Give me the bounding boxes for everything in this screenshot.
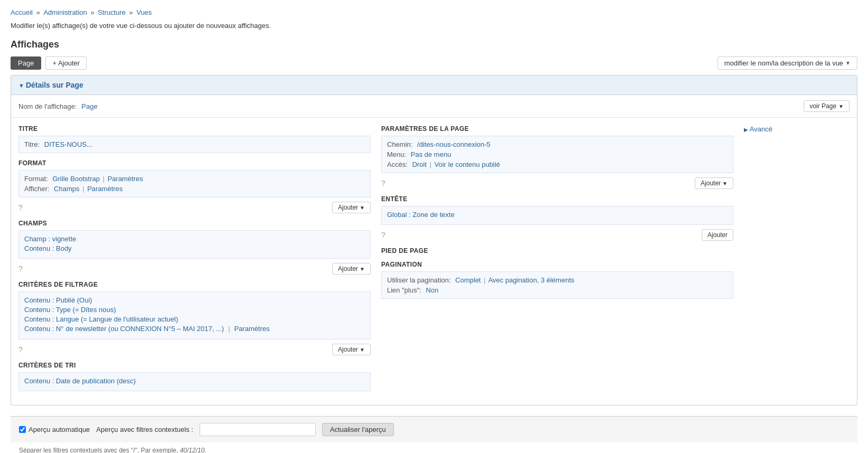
bottom-hint: Séparer les filtres contextuels avec des… [11, 445, 857, 453]
filtre-type-link[interactable]: Contenu : Type (= Dîtes nous) [24, 306, 365, 314]
apercu-checkbox-label[interactable]: Aperçu automatique [19, 426, 90, 433]
filtre-publie-link[interactable]: Contenu : Publié (Oui) [24, 296, 365, 304]
voir-page-button[interactable]: voir Page ▼ [804, 100, 850, 112]
tri-date-link[interactable]: Contenu : Date de publication (desc) [24, 377, 365, 385]
champ-vignette-link[interactable]: Champ : vignette [24, 235, 365, 243]
breadcrumb: Accueil » Administration » Structure » V… [11, 8, 857, 16]
pagination-section: PAGINATION Utiliser la pagination: Compl… [381, 261, 733, 299]
toolbar: Page Ajouter modifier le nom/la descript… [11, 56, 857, 70]
format-content: Format: Grille Bootstrap | Paramètres Af… [18, 170, 371, 197]
modifier-button-label: modifier le nom/la description de la vue [724, 59, 843, 67]
panel-header: Détails sur Page [11, 76, 857, 95]
page-params-header: PARAMÈTRES DE LA PAGE [381, 125, 733, 133]
chevron-down-icon: ▼ [360, 205, 365, 211]
titre-section: TITRE Titre: DITES-NOUS... [18, 125, 371, 153]
chemin-row: Chemin: /dites-nous-connexion-5 [387, 140, 728, 148]
champs-header: CHAMPS [18, 220, 371, 227]
acces-voir-link[interactable]: Voir le contenu publié [435, 161, 500, 168]
filtrage-content: Contenu : Publié (Oui) Contenu : Type (=… [18, 291, 371, 339]
tri-header: CRITÈRES DE TRI [18, 362, 371, 369]
avec-pagination-link[interactable]: Avec pagination, 3 éléments [488, 276, 574, 284]
champs-link[interactable]: Champs [54, 185, 79, 193]
breadcrumb-vues[interactable]: Vues [136, 8, 152, 16]
columns-wrapper: TITRE Titre: DITES-NOUS... FORMAT Format… [11, 118, 857, 405]
chevron-down-icon: ▼ [360, 347, 365, 353]
intro-text: Modifier le(s) affichage(s) de votre vue… [11, 22, 857, 30]
chevron-down-icon: ▼ [838, 103, 844, 109]
actualiser-button[interactable]: Actualiser l'aperçu [322, 423, 394, 436]
parametres-afficher-link[interactable]: Paramètres [87, 185, 122, 193]
utiliser-row: Utiliser la pagination: Complet | Avec p… [387, 276, 728, 284]
breadcrumb-accueil[interactable]: Accueil [11, 8, 33, 16]
ajouter-filtrage-button[interactable]: Ajouter ▼ [332, 344, 371, 355]
filtre-params-link[interactable]: Paramètres [234, 325, 270, 333]
entete-content: Global : Zone de texte [381, 206, 733, 225]
help-icon[interactable]: ? [381, 179, 385, 187]
parametres-format-link[interactable]: Paramètres [108, 175, 143, 183]
afficher-row: Afficher: Champs | Paramètres [24, 185, 365, 193]
tri-content: Contenu : Date de publication (desc) [18, 372, 371, 391]
format-help-add: ? Ajouter ▼ [18, 202, 371, 213]
page-button[interactable]: Page [11, 56, 41, 70]
apercu-label: Aperçu automatique [29, 426, 90, 433]
titre-row: Titre: DITES-NOUS... [24, 140, 365, 148]
ajouter-champs-button[interactable]: Ajouter ▼ [332, 263, 371, 275]
main-panel: Détails sur Page Nom de l'affichage: Pag… [11, 75, 857, 405]
page-params-help-add: ? Ajouter ▼ [381, 177, 733, 189]
display-name-label: Nom de l'affichage: Page [18, 102, 98, 110]
chevron-down-icon: ▼ [360, 266, 365, 272]
display-name-value[interactable]: Page [81, 102, 97, 110]
lien-plus-row: Lien "plus": Non [387, 286, 728, 294]
chevron-down-icon: ▼ [722, 181, 728, 186]
filtre-newsletter-link[interactable]: Contenu : N° de newsletter (ou CONNEXION… [24, 325, 224, 333]
pied-de-page-section: PIED DE PAGE [381, 247, 733, 254]
tri-section: CRITÈRES DE TRI Contenu : Date de public… [18, 362, 371, 391]
help-icon[interactable]: ? [381, 231, 385, 239]
filtre-newsletter-row: Contenu : N° de newsletter (ou CONNEXION… [24, 325, 365, 333]
ajouter-page-params-button[interactable]: Ajouter ▼ [695, 177, 733, 189]
breadcrumb-administration[interactable]: Administration [43, 8, 87, 16]
titre-header: TITRE [18, 125, 371, 133]
entete-section: ENTÊTE Global : Zone de texte ? Ajouter [381, 195, 733, 241]
hint-example: 40/12/10. [180, 447, 206, 453]
filtre-langue-link[interactable]: Contenu : Langue (= Langue de l'utilisat… [24, 315, 365, 323]
chevron-down-icon: ▼ [845, 60, 851, 66]
contenu-body-link[interactable]: Contenu : Body [24, 244, 365, 252]
add-button[interactable]: Ajouter [45, 56, 87, 70]
pagination-content: Utiliser la pagination: Complet | Avec p… [381, 271, 733, 299]
middle-column: PARAMÈTRES DE LA PAGE Chemin: /dites-nou… [381, 125, 733, 398]
grille-bootstrap-link[interactable]: Grille Bootstrap [52, 175, 100, 183]
panel-header-title: Détails sur Page [18, 81, 83, 89]
help-icon[interactable]: ? [18, 203, 23, 212]
format-row: Format: Grille Bootstrap | Paramètres [24, 175, 365, 183]
acces-droit-link[interactable]: Droit [412, 161, 427, 168]
menu-link[interactable]: Pas de menu [411, 150, 451, 158]
help-icon[interactable]: ? [18, 265, 23, 273]
breadcrumb-structure[interactable]: Structure [98, 8, 126, 16]
acces-row: Accès: Droit | Voir le contenu publié [387, 161, 728, 168]
menu-row: Menu: Pas de menu [387, 150, 728, 158]
lien-non-link[interactable]: Non [426, 286, 439, 294]
bottom-bar: Aperçu automatique Aperçu avec filtres c… [11, 416, 857, 442]
modifier-button[interactable]: modifier le nom/la description de la vue… [718, 56, 857, 70]
ajouter-entete-button[interactable]: Ajouter [702, 229, 733, 241]
titre-value-link[interactable]: DITES-NOUS... [44, 140, 92, 148]
ajouter-format-button[interactable]: Ajouter ▼ [332, 202, 371, 213]
entete-help-add: ? Ajouter [381, 229, 733, 241]
advanced-link[interactable]: Avancé [744, 125, 772, 133]
display-name-row: Nom de l'affichage: Page voir Page ▼ [11, 95, 857, 118]
left-column: TITRE Titre: DITES-NOUS... FORMAT Format… [18, 125, 371, 398]
champs-help-add: ? Ajouter ▼ [18, 263, 371, 275]
page-params-content: Chemin: /dites-nous-connexion-5 Menu: Pa… [381, 136, 733, 173]
apercu-automatique-checkbox[interactable] [19, 426, 26, 433]
filtrage-header: CRITÈRES DE FILTRAGE [18, 281, 371, 288]
entete-value-link[interactable]: Global : Zone de texte [387, 211, 728, 219]
filter-input[interactable] [200, 423, 316, 436]
filter-label: Aperçu avec filtres contextuels : [96, 426, 193, 433]
format-header: FORMAT [18, 159, 371, 167]
help-icon[interactable]: ? [18, 345, 23, 354]
complet-link[interactable]: Complet [455, 276, 480, 284]
chemin-link[interactable]: /dites-nous-connexion-5 [417, 140, 490, 148]
entete-header: ENTÊTE [381, 195, 733, 203]
pagination-header: PAGINATION [381, 261, 733, 268]
